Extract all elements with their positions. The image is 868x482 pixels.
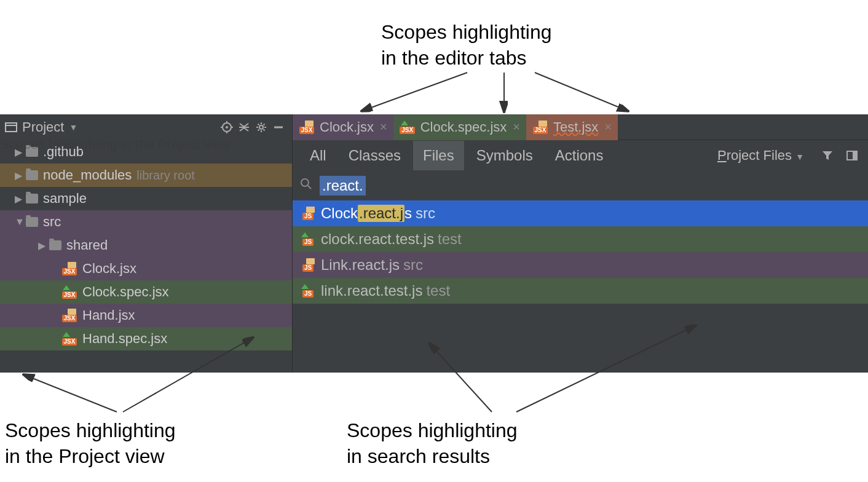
target-icon[interactable]: [218, 119, 235, 136]
jsx-file-icon: JSX: [61, 309, 77, 322]
search-result-item[interactable]: JSclock.react.test.jstest: [293, 226, 868, 252]
test-file-icon: JS: [300, 284, 316, 298]
result-path: test: [438, 231, 462, 248]
folder-icon: [26, 170, 38, 180]
tree-item-label: Clock.jsx: [82, 261, 136, 277]
folder-icon: [26, 217, 38, 227]
folder-icon: [49, 240, 61, 250]
tab-label: Clock.jsx: [320, 119, 374, 135]
tree-item-label: Hand.spec.jsx: [82, 331, 167, 347]
result-text-post: js: [389, 256, 400, 274]
annotation-editor-tabs: Scopes highlighting in the editor tabs: [381, 20, 552, 71]
editor-tab-clock-spec-jsx[interactable]: JSXClock.spec.jsx×: [393, 114, 526, 140]
svg-point-14: [259, 125, 263, 129]
test-file-icon: JSX: [400, 120, 416, 134]
main-panel: JSXClock.jsx×JSXClock.spec.jsx×JSXTest.j…: [293, 114, 868, 373]
search-tab-symbols[interactable]: Symbols: [467, 141, 543, 170]
search-input[interactable]: .react.: [320, 176, 366, 196]
search-icon: [300, 178, 312, 194]
tree-item-label: node_modules: [43, 167, 132, 183]
tree-item-label: src: [43, 214, 61, 230]
jsx-file-icon: JSX: [532, 120, 548, 134]
svg-line-19: [308, 186, 311, 189]
preview-icon[interactable]: [843, 147, 861, 164]
chevron-right-icon[interactable]: ▶: [38, 240, 49, 251]
result-text-pre: clock: [321, 231, 355, 248]
tree-item-clock-jsx[interactable]: JSXClock.jsx: [0, 257, 292, 280]
result-text-match: .react.: [355, 231, 396, 248]
search-category-tabs: AllClassesFilesSymbolsActionsProject Fil…: [293, 140, 868, 171]
chevron-right-icon[interactable]: ▶: [15, 193, 26, 205]
annotation-search-results: Scopes highlighting in search results: [347, 418, 518, 469]
result-text-match: .react.: [343, 282, 384, 299]
gear-icon[interactable]: [253, 119, 270, 136]
tree-item-sample[interactable]: ▶sample: [0, 187, 292, 210]
tree-item-hand-spec-jsx[interactable]: JSXHand.spec.jsx: [0, 327, 292, 350]
result-text-match: .react.: [348, 256, 389, 274]
search-results-list: JSClock.react.jssrcJSclock.react.test.js…: [293, 200, 868, 304]
editor-tab-clock-jsx[interactable]: JSXClock.jsx×: [293, 114, 393, 140]
tree-item-node_modules[interactable]: ▶node_moduleslibrary root: [0, 164, 292, 187]
tree-item-src[interactable]: ▼src: [0, 210, 292, 234]
svg-line-3: [25, 375, 117, 412]
search-tab-all[interactable]: All: [300, 141, 336, 170]
result-text-post: test.js: [395, 231, 434, 248]
search-scope-dropdown[interactable]: Project Files ▼: [717, 148, 804, 164]
svg-rect-17: [853, 151, 857, 160]
js-file-icon: JS: [300, 258, 316, 272]
folder-icon: [26, 194, 38, 203]
test-file-icon: JS: [300, 232, 316, 246]
editor-tabs: JSXClock.jsx×JSXClock.spec.jsx×JSXTest.j…: [293, 114, 868, 140]
tree-item-hand-jsx[interactable]: JSXHand.jsx: [0, 304, 292, 327]
search-tab-classes[interactable]: Classes: [339, 141, 411, 170]
tab-label: Test.jsx: [553, 119, 598, 135]
tab-label: Clock.spec.jsx: [420, 119, 507, 135]
tree-item-label: shared: [66, 237, 108, 253]
chevron-down-icon[interactable]: ▼: [15, 216, 26, 227]
result-text-pre: Link: [321, 256, 348, 274]
tree-item-label: Hand.jsx: [82, 307, 135, 323]
collapse-icon[interactable]: [235, 119, 253, 136]
ghost-overlay-text: Scopes highlighting in the Project view: [0, 136, 231, 152]
svg-point-18: [301, 179, 309, 186]
project-tree: ▶.github▶node_moduleslibrary root▶sample…: [0, 140, 292, 373]
result-path: src: [416, 205, 435, 222]
search-everywhere-panel: AllClassesFilesSymbolsActionsProject Fil…: [293, 140, 868, 373]
result-path: src: [403, 256, 423, 274]
editor-tab-test-jsx[interactable]: JSXTest.jsx×: [526, 114, 618, 140]
annotation-project-view: Scopes highlighting in the Project view: [5, 418, 176, 469]
search-tab-files[interactable]: Files: [413, 141, 464, 170]
search-result-item[interactable]: JSlink.react.test.jstest: [293, 278, 868, 304]
tree-item-label: Clock.spec.jsx: [82, 284, 169, 300]
result-text-post: s: [404, 205, 412, 222]
tree-item-shared[interactable]: ▶shared: [0, 234, 292, 257]
jsx-file-icon: JSX: [299, 120, 315, 134]
search-input-row: .react.: [293, 171, 868, 200]
result-text-pre: Clock: [321, 205, 358, 222]
filter-icon[interactable]: [819, 147, 836, 164]
tree-item-clock-spec-jsx[interactable]: JSXClock.spec.jsx: [0, 280, 292, 304]
project-title[interactable]: Project: [22, 119, 64, 135]
search-result-item[interactable]: JSClock.react.jssrc: [293, 200, 868, 226]
search-tab-actions[interactable]: Actions: [545, 141, 614, 170]
project-tool-window: Project ▼ ▶.github▶node_moduleslibrary r…: [0, 114, 293, 373]
close-icon[interactable]: ×: [513, 120, 520, 134]
minimize-icon[interactable]: [270, 119, 287, 136]
tree-item-extra-label: library root: [136, 168, 194, 183]
result-path: test: [426, 282, 450, 299]
project-dropdown-icon[interactable]: ▼: [69, 122, 77, 132]
test-file-icon: JSX: [61, 285, 77, 299]
close-icon[interactable]: ×: [380, 120, 387, 134]
jsx-file-icon: JSX: [61, 262, 77, 275]
close-icon[interactable]: ×: [604, 120, 612, 134]
svg-line-2: [535, 73, 627, 111]
result-text-match: .react.j: [358, 205, 404, 222]
svg-point-8: [226, 126, 228, 128]
result-text-pre: link: [321, 282, 343, 299]
chevron-right-icon[interactable]: ▶: [15, 170, 26, 181]
svg-line-0: [363, 73, 467, 111]
window-icon: [5, 122, 17, 132]
tree-item-label: sample: [43, 191, 87, 207]
result-text-post: test.js: [384, 282, 423, 299]
search-result-item[interactable]: JSLink.react.jssrc: [293, 252, 868, 278]
